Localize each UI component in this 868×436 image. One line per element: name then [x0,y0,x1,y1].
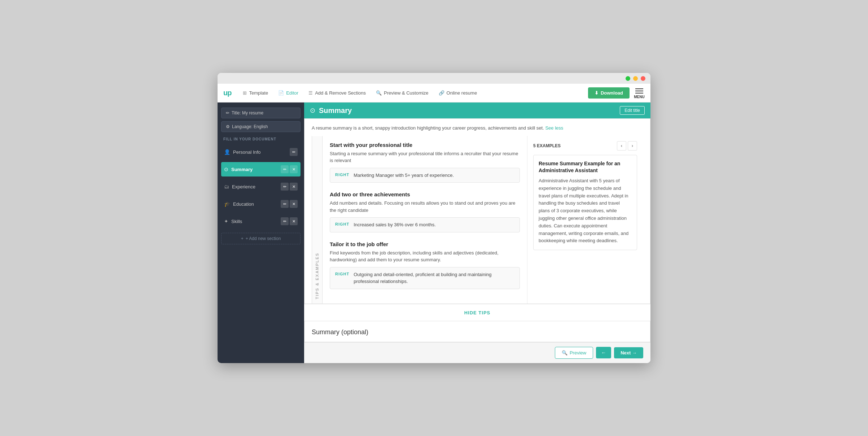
download-button[interactable]: ⬇ Download [588,87,630,99]
tip-block-2: Add two or three achievements Add number… [330,191,520,232]
sidebar-item-summary[interactable]: ⊙ Summary ✏ ✕ [221,162,301,176]
menu-button[interactable]: MENU [634,87,645,99]
top-navigation: up ⊞ Template 📄 Editor ☰ Add & Remove Se… [218,84,650,103]
sidebar-item-education[interactable]: 🎓 Education ✏ ✕ [221,197,301,211]
examples-count: 5 EXAMPLES [533,143,561,148]
example-card-text: Administrative Assistant with 5 years of… [539,177,632,245]
personal-info-actions: ✏ [290,148,298,156]
main-layout: ✏ Title: My resume ⚙ Language: English F… [218,103,650,363]
pencil-icon: ✏ [226,110,229,115]
examples-prev-button[interactable]: ‹ [617,141,626,151]
tip-desc-2: Add numbers and details. Focusing on res… [330,200,520,214]
sidebar-item-skills[interactable]: ✦ Skills ✏ ✕ [221,214,301,228]
tip-example-2: RIGHT Increased sales by 36% over 6 mont… [330,217,520,232]
bottom-area: Summary (optional) [304,321,650,342]
tip-block-1: Start with your professional title Start… [330,142,520,183]
right-badge-1: RIGHT [335,173,349,177]
nav-item-editor[interactable]: 📄 Editor [274,88,303,98]
see-less-link[interactable]: See less [545,125,563,131]
right-badge-3: RIGHT [335,272,349,276]
plus-icon: + [241,236,244,241]
sidebar-item-personal-info[interactable]: 👤 Personal Info ✏ [221,145,301,159]
tip-example-1: RIGHT Marketing Manager with 5+ years of… [330,168,520,183]
nav-item-template[interactable]: ⊞ Template [238,88,272,98]
summary-edit-button[interactable]: ✏ [281,165,289,173]
examples-navigation: ‹ › [617,141,637,151]
globe-icon: ⚙ [226,124,230,129]
tip-block-3: Tailor it to the job offer Find keywords… [330,241,520,289]
nav-right: ⬇ Download MENU [588,87,645,99]
online-icon: 🔗 [439,90,444,96]
bottom-navigation: 🔍 Preview ← Next → [304,342,650,363]
back-button[interactable]: ← [596,347,611,358]
education-edit-button[interactable]: ✏ [281,200,289,208]
tips-label: TIPS & EXAMPLES [312,136,323,304]
summary-delete-button[interactable]: ✕ [290,165,298,173]
example-text-2: Increased sales by 36% over 6 months. [354,221,436,228]
skills-icon: ✦ [224,218,228,224]
section-header: ⊙ Summary Edit title [304,103,650,118]
person-icon: 👤 [224,149,230,155]
edit-title-button[interactable]: Edit title [620,106,645,115]
traffic-light-yellow[interactable] [633,76,638,81]
next-button[interactable]: Next → [614,347,643,358]
education-delete-button[interactable]: ✕ [290,200,298,208]
hide-tips-link[interactable]: HIDE TIPS [464,310,491,315]
skills-actions: ✏ ✕ [281,217,298,225]
example-text-3: Outgoing and detail-oriented, proficient… [354,271,514,285]
section-header-title: Summary [319,106,616,115]
education-icon: 🎓 [224,201,230,207]
education-actions: ✏ ✕ [281,200,298,208]
example-text-1: Marketing Manager with 5+ years of exper… [354,172,454,179]
skills-edit-button[interactable]: ✏ [281,217,289,225]
nav-item-online[interactable]: 🔗 Online resume [434,88,482,98]
experience-delete-button[interactable]: ✕ [290,183,298,191]
nav-item-preview[interactable]: 🔍 Preview & Customize [372,88,433,98]
tip-title-2: Add two or three achievements [330,191,520,197]
add-remove-icon: ☰ [308,90,313,96]
add-section-button[interactable]: + + Add new section [221,233,301,244]
preview-nav-icon: 🔍 [376,90,382,96]
nav-items: ⊞ Template 📄 Editor ☰ Add & Remove Secti… [238,88,588,98]
summary-actions: ✏ ✕ [281,165,298,173]
tip-title-1: Start with your professional title [330,142,520,148]
hide-tips-bar: HIDE TIPS [304,304,650,321]
tip-desc-3: Find keywords from the job description, … [330,249,520,263]
nav-item-add-remove[interactable]: ☰ Add & Remove Sections [304,88,370,98]
app-window: up ⊞ Template 📄 Editor ☰ Add & Remove Se… [218,73,650,363]
example-card-title: Resume Summary Example for an Administra… [539,160,632,174]
preview-button[interactable]: 🔍 Preview [555,347,593,359]
app-logo: up [223,89,231,97]
summary-icon: ⊙ [224,166,228,172]
content-area: ⊙ Summary Edit title A resume summary is… [304,103,650,363]
tip-desc-1: Starting a resume summary with your prof… [330,150,520,164]
experience-actions: ✏ ✕ [281,183,298,191]
personal-info-edit-button[interactable]: ✏ [290,148,298,156]
fill-label: FILL IN YOUR DOCUMENT [221,135,301,142]
intro-text: A resume summary is a short, snappy intr… [312,125,643,132]
sidebar-item-experience[interactable]: 🗂 Experience ✏ ✕ [221,179,301,194]
examples-header: 5 EXAMPLES ‹ › [533,141,637,151]
template-icon: ⊞ [243,90,247,96]
tips-examples-layout: TIPS & EXAMPLES Start with your professi… [312,136,643,304]
right-badge-2: RIGHT [335,222,349,226]
download-icon: ⬇ [595,90,599,96]
section-header-icon: ⊙ [310,106,315,114]
section-body: A resume summary is a short, snappy intr… [304,118,650,304]
title-button[interactable]: ✏ Title: My resume [221,108,301,118]
tip-example-3: RIGHT Outgoing and detail-oriented, prof… [330,267,520,289]
tips-content: Start with your professional title Start… [323,136,527,304]
language-button[interactable]: ⚙ Language: English [221,121,301,132]
traffic-light-green[interactable] [626,76,630,81]
editor-icon: 📄 [278,90,284,96]
titlebar [218,73,650,84]
experience-icon: 🗂 [224,184,229,189]
traffic-light-red[interactable] [641,76,645,81]
experience-edit-button[interactable]: ✏ [281,183,289,191]
tip-title-3: Tailor it to the job offer [330,241,520,247]
example-card: Resume Summary Example for an Administra… [533,155,637,250]
examples-next-button[interactable]: › [628,141,637,151]
summary-optional-label: Summary (optional) [312,328,643,336]
preview-icon: 🔍 [562,350,567,356]
skills-delete-button[interactable]: ✕ [290,217,298,225]
